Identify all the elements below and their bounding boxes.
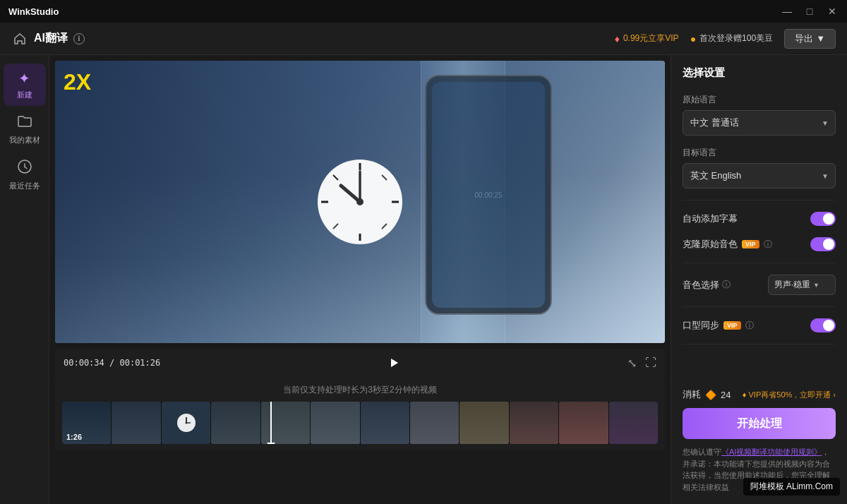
title-bar: WinkStudio — □ ✕: [0, 0, 847, 23]
minimize-button[interactable]: —: [781, 5, 793, 18]
clone-voice-info-icon[interactable]: ⓘ: [764, 239, 772, 251]
target-lang-select-wrapper: 英文 English ▼: [683, 163, 836, 188]
close-button[interactable]: ✕: [826, 5, 839, 18]
clone-voice-label: 克隆原始音色 VIP ⓘ: [683, 238, 772, 251]
sidebar-label-recent: 最近任务: [9, 181, 40, 191]
video-preview: 00:00:25: [55, 61, 665, 343]
panel-title: 选择设置: [683, 66, 836, 80]
target-lang-label: 目标语言: [683, 147, 836, 159]
controls-right: ⤡ ⛶: [627, 356, 656, 370]
coin-icon: ●: [690, 33, 696, 44]
thumb-6: [311, 402, 359, 444]
play-button[interactable]: [384, 353, 404, 373]
terms-link[interactable]: 《AI视频翻译功能使用规则》: [721, 448, 822, 456]
sidebar-label-new: 新建: [17, 90, 32, 100]
auto-subtitle-row: 自动添加字幕: [683, 212, 836, 226]
new-icon: ✦: [18, 70, 30, 87]
watermark: 阿堆模板 ALimm.Com: [743, 478, 840, 496]
timeline-thumbnails: [62, 402, 658, 444]
top-bar-right: ♦ 0.99元立享VIP ● 首次登录赠100美豆 导出 ▼: [615, 29, 836, 49]
bean-label: 首次登录赠100美豆: [699, 32, 773, 44]
export-button[interactable]: 导出 ▼: [784, 29, 836, 49]
source-lang-label: 原始语言: [683, 94, 836, 106]
controls-bar: 00:00:34 / 00:01:26 ⤡ ⛶: [55, 349, 665, 377]
timeline-hint: 当前仅支持处理时长为3秒至2分钟的视频: [62, 384, 658, 396]
voice-select[interactable]: 男声·稳重 ▼: [768, 275, 836, 295]
sidebar-item-materials[interactable]: 我的素材: [4, 109, 46, 151]
title-bar-left: WinkStudio: [8, 6, 59, 17]
divider-2: [683, 263, 836, 263]
bean-badge[interactable]: ● 首次登录赠100美豆: [690, 32, 774, 44]
cost-coin-icon: 🔶: [705, 390, 716, 400]
timeline-duration: 1:26: [66, 433, 82, 441]
diamond-icon: ♦: [615, 33, 620, 44]
top-bar: AI翻译 ℹ ♦ 0.99元立享VIP ● 首次登录赠100美豆 导出 ▼: [0, 23, 847, 55]
source-lang-select[interactable]: 中文 普通话 ▼: [683, 110, 836, 136]
lip-sync-info-icon[interactable]: ⓘ: [745, 320, 754, 332]
thumb-12: [609, 402, 658, 444]
svg-point-12: [356, 198, 364, 205]
timeline-playhead[interactable]: [270, 402, 272, 444]
right-panel: 选择设置 原始语言 中文 普通话 ▼ 目标语言 英文 English ▼: [671, 55, 847, 504]
fullscreen-icon[interactable]: ⛶: [645, 356, 656, 369]
export-arrow-icon: ▼: [816, 33, 825, 44]
target-lang-arrow-icon: ▼: [822, 172, 829, 180]
cost-label: 消耗 🔶 24: [683, 388, 731, 401]
timeline-strip[interactable]: 1:26: [62, 402, 658, 444]
thumb-5: [261, 402, 310, 444]
lip-sync-toggle[interactable]: [810, 318, 836, 332]
cost-num: 24: [721, 390, 731, 400]
thumb-2: [112, 402, 160, 444]
source-lang-select-wrapper: 中文 普通话 ▼: [683, 110, 836, 136]
folder-icon: [17, 114, 32, 132]
source-lang-arrow-icon: ▼: [822, 119, 829, 127]
cost-row: 消耗 🔶 24 ♦ VIP再省50%，立即开通 ›: [683, 388, 836, 401]
content-area: 00:00:25: [49, 55, 671, 504]
home-icon[interactable]: [11, 30, 28, 47]
clone-voice-row: 克隆原始音色 VIP ⓘ: [683, 237, 836, 251]
auto-subtitle-label: 自动添加字幕: [683, 212, 738, 225]
sidebar: ✦ 新建 我的素材 最近任务: [0, 55, 49, 504]
vip-promo[interactable]: ♦ VIP再省50%，立即开通 ›: [743, 390, 836, 400]
target-lang-value: 英文 English: [690, 169, 741, 182]
app-logo: WinkStudio: [8, 6, 59, 17]
maximize-button[interactable]: □: [803, 5, 816, 18]
target-lang-select[interactable]: 英文 English ▼: [683, 163, 836, 188]
clone-voice-vip-tag: VIP: [742, 240, 759, 248]
info-icon[interactable]: ℹ: [73, 33, 85, 44]
bottom-action: 消耗 🔶 24 ♦ VIP再省50%，立即开通 › 开始处理 您确认遵守《AI视…: [683, 388, 836, 493]
export-label: 导出: [795, 32, 813, 45]
lip-sync-vip-tag: VIP: [723, 321, 741, 330]
divider-3: [683, 306, 836, 307]
thumb-11: [559, 402, 608, 444]
timeline-area: 当前仅支持处理时长为3秒至2分钟的视频 1:26: [55, 377, 665, 451]
voice-info-icon[interactable]: ⓘ: [722, 279, 731, 291]
clock-icon: [17, 159, 32, 178]
sidebar-item-new[interactable]: ✦ 新建: [4, 64, 46, 106]
voice-select-wrapper: 男声·稳重 ▼: [768, 275, 836, 295]
lip-sync-row: 口型同步 VIP ⓘ: [683, 318, 836, 332]
start-button[interactable]: 开始处理: [683, 408, 836, 439]
title-bar-controls: — □ ✕: [781, 5, 839, 18]
thumb-7: [361, 402, 409, 444]
sidebar-label-materials: 我的素材: [9, 135, 40, 145]
auto-subtitle-toggle[interactable]: [810, 212, 836, 226]
expand-icon[interactable]: ⤡: [627, 356, 637, 370]
thumb-4: [211, 402, 260, 444]
clone-voice-toggle[interactable]: [810, 237, 836, 251]
voice-select-row: 音色选择 ⓘ 男声·稳重 ▼: [683, 275, 836, 295]
svg-point-17: [185, 422, 187, 424]
source-lang-value: 中文 普通话: [690, 116, 739, 129]
source-lang-group: 原始语言 中文 普通话 ▼: [683, 94, 836, 136]
thumb-8: [410, 402, 459, 444]
vip-badge[interactable]: ♦ 0.99元立享VIP: [615, 32, 679, 44]
voice-select-label: 音色选择 ⓘ: [683, 279, 731, 292]
clock-overlay: [314, 156, 406, 248]
voice-select-arrow-icon: ▼: [813, 282, 819, 289]
time-display: 00:00:34 / 00:01:26: [64, 358, 160, 368]
sidebar-item-recent[interactable]: 最近任务: [4, 154, 46, 196]
phone-shape: 00:00:25: [425, 75, 552, 315]
vip-label: 0.99元立享VIP: [623, 32, 679, 44]
video-preview-inner: 00:00:25: [55, 61, 665, 343]
target-lang-group: 目标语言 英文 English ▼: [683, 147, 836, 188]
